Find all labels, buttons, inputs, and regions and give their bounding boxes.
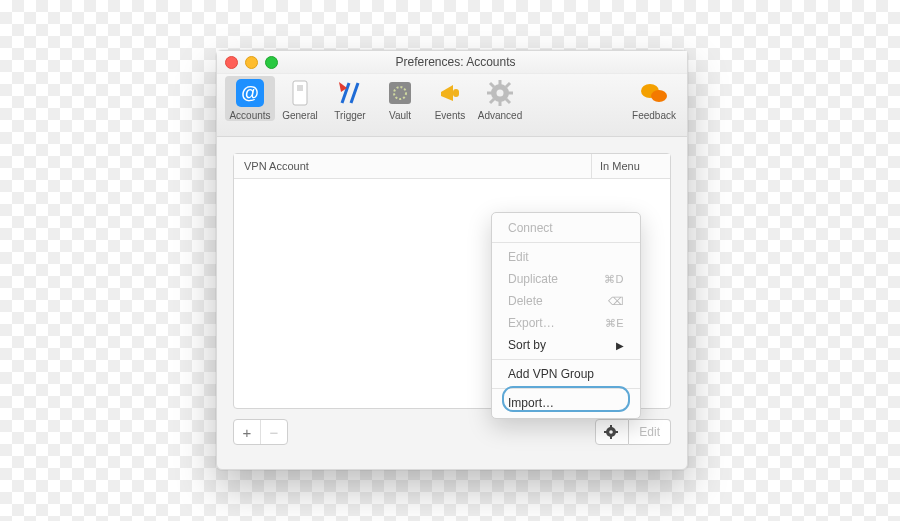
tab-vault[interactable]: Vault — [375, 78, 425, 121]
svg-line-19 — [506, 83, 510, 87]
vault-icon — [385, 78, 415, 108]
menu-export[interactable]: Export… ⌘E — [492, 312, 640, 334]
edit-account-button[interactable]: Edit — [629, 419, 671, 445]
tab-events-label: Events — [435, 110, 466, 121]
menu-duplicate-label: Duplicate — [508, 272, 558, 286]
svg-rect-3 — [297, 85, 303, 91]
actions-menu-button[interactable] — [595, 419, 629, 445]
chevron-right-icon: ▶ — [616, 340, 624, 351]
tab-accounts-label: Accounts — [229, 110, 270, 121]
tab-trigger-label: Trigger — [334, 110, 365, 121]
svg-line-18 — [506, 99, 510, 103]
menu-duplicate-shortcut: ⌘D — [604, 273, 624, 286]
menu-export-shortcut: ⌘E — [605, 317, 624, 330]
chat-bubbles-icon — [639, 78, 669, 108]
svg-marker-9 — [441, 85, 453, 101]
menu-delete-shortcut: ⌫ — [608, 295, 625, 308]
add-account-button[interactable]: + — [234, 420, 260, 444]
menu-separator — [492, 388, 640, 389]
menu-import-label: Import… — [508, 396, 554, 410]
tab-advanced[interactable]: Advanced — [475, 78, 525, 121]
switch-icon — [285, 78, 315, 108]
tab-general-label: General — [282, 110, 318, 121]
window-title: Preferences: Accounts — [232, 55, 679, 69]
svg-point-24 — [610, 430, 614, 434]
svg-rect-7 — [389, 82, 411, 104]
menu-delete-label: Delete — [508, 294, 543, 308]
preferences-window: Preferences: Accounts @ Accounts General — [216, 50, 688, 470]
accounts-list-header: VPN Account In Menu — [234, 154, 670, 179]
svg-text:@: @ — [241, 83, 259, 103]
menu-delete[interactable]: Delete ⌫ — [492, 290, 640, 312]
gear-large-icon — [485, 78, 515, 108]
trigger-icon — [335, 78, 365, 108]
tab-general[interactable]: General — [275, 78, 325, 121]
tab-accounts[interactable]: @ Accounts — [225, 76, 275, 121]
menu-sortby-label: Sort by — [508, 338, 546, 352]
svg-line-5 — [351, 83, 358, 103]
svg-rect-2 — [293, 81, 307, 105]
tab-feedback-label: Feedback — [632, 110, 676, 121]
gear-icon — [604, 425, 620, 439]
actions-segment: Edit — [595, 419, 671, 445]
svg-line-20 — [490, 99, 494, 103]
svg-point-12 — [497, 90, 504, 97]
at-sign-icon: @ — [235, 78, 265, 108]
menu-add-vpn-group[interactable]: Add VPN Group — [492, 363, 640, 385]
menu-edit-label: Edit — [508, 250, 529, 264]
menu-edit[interactable]: Edit — [492, 246, 640, 268]
tab-vault-label: Vault — [389, 110, 411, 121]
column-in-menu[interactable]: In Menu — [592, 154, 670, 178]
menu-connect[interactable]: Connect — [492, 217, 640, 239]
remove-account-button[interactable]: − — [260, 420, 287, 444]
menu-sort-by[interactable]: Sort by ▶ — [492, 334, 640, 356]
accounts-bottom-bar: + − Edit — [233, 419, 671, 445]
svg-rect-10 — [453, 89, 459, 97]
tab-events[interactable]: Events — [425, 78, 475, 121]
tab-trigger[interactable]: Trigger — [325, 78, 375, 121]
preferences-toolbar: @ Accounts General Trigger V — [217, 74, 687, 137]
menu-export-label: Export… — [508, 316, 555, 330]
menu-duplicate[interactable]: Duplicate ⌘D — [492, 268, 640, 290]
menu-connect-label: Connect — [508, 221, 553, 235]
svg-line-17 — [490, 83, 494, 87]
column-vpn-account[interactable]: VPN Account — [234, 154, 592, 178]
svg-point-22 — [651, 90, 667, 102]
menu-separator — [492, 359, 640, 360]
title-bar: Preferences: Accounts — [217, 51, 687, 74]
menu-import[interactable]: Import… — [492, 392, 640, 414]
actions-context-menu: Connect Edit Duplicate ⌘D Delete ⌫ Expor… — [491, 212, 641, 419]
menu-separator — [492, 242, 640, 243]
tab-advanced-label: Advanced — [478, 110, 522, 121]
tab-feedback[interactable]: Feedback — [629, 78, 679, 121]
megaphone-icon — [435, 78, 465, 108]
add-remove-segment: + − — [233, 419, 288, 445]
menu-addgroup-label: Add VPN Group — [508, 367, 594, 381]
